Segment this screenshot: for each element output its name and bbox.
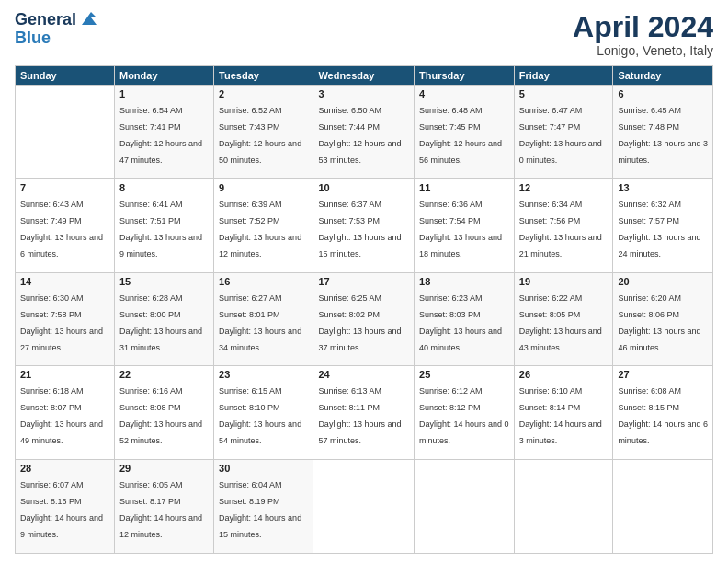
calendar-cell: 29Sunrise: 6:05 AMSunset: 8:17 PMDayligh… [114,460,213,554]
day-info: Sunrise: 6:50 AMSunset: 7:44 PMDaylight:… [318,106,401,165]
page: General Blue April 2024 Lonigo, Veneto, … [0,0,728,563]
day-info: Sunrise: 6:07 AMSunset: 8:16 PMDaylight:… [20,480,103,539]
day-info: Sunrise: 6:12 AMSunset: 8:12 PMDaylight:… [419,386,509,445]
day-number: 8 [119,182,209,193]
calendar-header-monday: Monday [114,66,213,86]
day-number: 21 [20,369,109,380]
day-info: Sunrise: 6:10 AMSunset: 8:14 PMDaylight:… [519,386,602,445]
day-info: Sunrise: 6:37 AMSunset: 7:53 PMDaylight:… [318,200,401,259]
day-number: 18 [419,276,509,287]
calendar-header-friday: Friday [514,66,613,86]
day-number: 24 [318,369,409,380]
svg-marker-0 [82,12,97,25]
calendar-cell: 25Sunrise: 6:12 AMSunset: 8:12 PMDayligh… [415,366,515,460]
day-number: 19 [519,276,609,287]
day-number: 6 [618,88,708,99]
day-number: 2 [219,88,308,99]
calendar-header-saturday: Saturday [613,66,713,86]
calendar-cell: 23Sunrise: 6:15 AMSunset: 8:10 PMDayligh… [214,366,313,460]
calendar-cell: 2Sunrise: 6:52 AMSunset: 7:43 PMDaylight… [214,86,313,179]
calendar-cell: 15Sunrise: 6:28 AMSunset: 8:00 PMDayligh… [114,272,213,366]
day-number: 13 [618,182,708,193]
calendar-week-3: 14Sunrise: 6:30 AMSunset: 7:58 PMDayligh… [16,272,713,366]
day-number: 23 [219,369,308,380]
calendar-cell: 20Sunrise: 6:20 AMSunset: 8:06 PMDayligh… [613,272,713,366]
day-number: 28 [20,463,109,474]
day-info: Sunrise: 6:41 AMSunset: 7:51 PMDaylight:… [119,200,202,259]
day-number: 26 [519,369,609,380]
day-info: Sunrise: 6:30 AMSunset: 7:58 PMDaylight:… [20,293,103,352]
calendar-cell: 16Sunrise: 6:27 AMSunset: 8:01 PMDayligh… [214,272,313,366]
calendar-cell: 22Sunrise: 6:16 AMSunset: 8:08 PMDayligh… [114,366,213,460]
calendar-cell: 6Sunrise: 6:45 AMSunset: 7:48 PMDaylight… [613,86,713,179]
calendar-cell: 4Sunrise: 6:48 AMSunset: 7:45 PMDaylight… [415,86,515,179]
day-number: 9 [219,182,308,193]
calendar-cell: 7Sunrise: 6:43 AMSunset: 7:49 PMDaylight… [16,178,115,272]
calendar-cell: 11Sunrise: 6:36 AMSunset: 7:54 PMDayligh… [415,178,515,272]
calendar-header-tuesday: Tuesday [214,66,313,86]
calendar-cell [16,86,115,179]
day-number: 12 [519,182,609,193]
day-number: 30 [219,463,308,474]
calendar-week-5: 28Sunrise: 6:07 AMSunset: 8:16 PMDayligh… [16,460,713,554]
day-info: Sunrise: 6:16 AMSunset: 8:08 PMDaylight:… [119,386,202,445]
day-number: 25 [419,369,509,380]
day-info: Sunrise: 6:45 AMSunset: 7:48 PMDaylight:… [618,106,708,165]
day-number: 22 [119,369,209,380]
day-info: Sunrise: 6:15 AMSunset: 8:10 PMDaylight:… [219,386,301,445]
logo-blue: Blue [15,29,51,48]
day-number: 15 [119,276,209,287]
logo: General Blue [15,11,98,48]
day-info: Sunrise: 6:54 AMSunset: 7:41 PMDaylight:… [119,106,202,165]
calendar-week-2: 7Sunrise: 6:43 AMSunset: 7:49 PMDaylight… [16,178,713,272]
calendar-cell: 27Sunrise: 6:08 AMSunset: 8:15 PMDayligh… [613,366,713,460]
calendar-cell: 3Sunrise: 6:50 AMSunset: 7:44 PMDaylight… [313,86,415,179]
calendar-cell: 9Sunrise: 6:39 AMSunset: 7:52 PMDaylight… [214,178,313,272]
day-info: Sunrise: 6:52 AMSunset: 7:43 PMDaylight:… [219,106,301,165]
day-info: Sunrise: 6:25 AMSunset: 8:02 PMDaylight:… [318,293,401,352]
header: General Blue April 2024 Lonigo, Veneto, … [15,11,713,58]
day-number: 27 [618,369,708,380]
title-block: April 2024 Lonigo, Veneto, Italy [573,11,713,58]
calendar-cell: 5Sunrise: 6:47 AMSunset: 7:47 PMDaylight… [514,86,613,179]
calendar-cell: 12Sunrise: 6:34 AMSunset: 7:56 PMDayligh… [514,178,613,272]
day-number: 17 [318,276,409,287]
calendar-header-row: SundayMondayTuesdayWednesdayThursdayFrid… [16,66,713,86]
calendar-cell: 26Sunrise: 6:10 AMSunset: 8:14 PMDayligh… [514,366,613,460]
calendar-cell [415,460,515,554]
day-info: Sunrise: 6:39 AMSunset: 7:52 PMDaylight:… [219,200,301,259]
day-number: 4 [419,88,509,99]
calendar-cell: 13Sunrise: 6:32 AMSunset: 7:57 PMDayligh… [613,178,713,272]
day-info: Sunrise: 6:22 AMSunset: 8:05 PMDaylight:… [519,293,602,352]
calendar-cell [613,460,713,554]
calendar-body: 1Sunrise: 6:54 AMSunset: 7:41 PMDaylight… [16,86,713,554]
calendar-week-1: 1Sunrise: 6:54 AMSunset: 7:41 PMDaylight… [16,86,713,179]
day-info: Sunrise: 6:47 AMSunset: 7:47 PMDaylight:… [519,106,602,165]
location-subtitle: Lonigo, Veneto, Italy [573,43,713,58]
logo-general: General [15,11,76,29]
day-info: Sunrise: 6:08 AMSunset: 8:15 PMDaylight:… [618,386,708,445]
calendar-cell: 14Sunrise: 6:30 AMSunset: 7:58 PMDayligh… [16,272,115,366]
calendar-week-4: 21Sunrise: 6:18 AMSunset: 8:07 PMDayligh… [16,366,713,460]
day-info: Sunrise: 6:20 AMSunset: 8:06 PMDaylight:… [618,293,700,352]
day-info: Sunrise: 6:32 AMSunset: 7:57 PMDaylight:… [618,200,700,259]
calendar-header-wednesday: Wednesday [313,66,415,86]
day-info: Sunrise: 6:13 AMSunset: 8:11 PMDaylight:… [318,386,401,445]
calendar-header-sunday: Sunday [16,66,115,86]
calendar-cell: 21Sunrise: 6:18 AMSunset: 8:07 PMDayligh… [16,366,115,460]
day-number: 3 [318,88,409,99]
calendar-cell [313,460,415,554]
calendar-cell: 28Sunrise: 6:07 AMSunset: 8:16 PMDayligh… [16,460,115,554]
calendar-cell: 17Sunrise: 6:25 AMSunset: 8:02 PMDayligh… [313,272,415,366]
day-info: Sunrise: 6:34 AMSunset: 7:56 PMDaylight:… [519,200,602,259]
calendar-cell: 8Sunrise: 6:41 AMSunset: 7:51 PMDaylight… [114,178,213,272]
day-number: 11 [419,182,509,193]
day-number: 7 [20,182,109,193]
day-number: 1 [119,88,209,99]
day-info: Sunrise: 6:04 AMSunset: 8:19 PMDaylight:… [219,480,301,539]
day-info: Sunrise: 6:23 AMSunset: 8:03 PMDaylight:… [419,293,502,352]
day-info: Sunrise: 6:27 AMSunset: 8:01 PMDaylight:… [219,293,301,352]
day-number: 10 [318,182,409,193]
day-number: 29 [119,463,209,474]
day-number: 20 [618,276,708,287]
